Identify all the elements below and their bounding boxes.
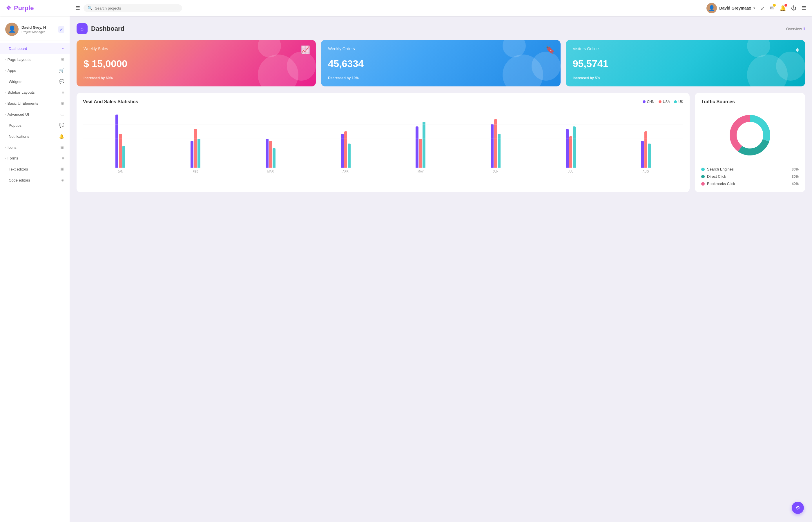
sidebar-item-icon: 💬 — [59, 123, 64, 128]
bar-group — [458, 119, 533, 168]
stat-card-0: Weekly Sales 📈 $ 15,0000 Increased by 60… — [77, 40, 316, 86]
mail-icon[interactable]: ✉ — [770, 5, 774, 11]
sidebar-profile-name: David Grey. H — [21, 25, 46, 29]
donut-svg — [724, 109, 776, 161]
sidebar-nav: Dashboard ⌂ ‹ Page Layouts ⊞ ‹ Apps 🛒 Wi… — [0, 41, 69, 188]
sidebar-item-label: Popups — [9, 123, 57, 127]
layout: 👤 David Grey. H Project Manager ✓ Dashbo… — [0, 16, 812, 522]
bar-purple — [116, 115, 118, 168]
sidebar-check-icon: ✓ — [58, 26, 64, 33]
settings-fab[interactable]: ⚙ — [792, 502, 804, 514]
lower-section: Visit And Sales Statistics CHNUSAUK JANF… — [77, 93, 805, 192]
sidebar-item-basic-ui-elements[interactable]: ‹ Basic UI Elements ◉ — [0, 98, 69, 109]
user-profile[interactable]: 👤 David Greymaax ▾ — [707, 3, 755, 13]
power-icon[interactable]: ⏻ — [791, 5, 796, 11]
sidebar-item-notifications[interactable]: Notifications 🔔 — [0, 131, 69, 142]
sidebar-item-icon: ◉ — [61, 101, 64, 106]
traffic-card: Traffic Sources Search Engines 30% Direc… — [695, 93, 805, 192]
sidebar-item-widgets[interactable]: Widgets 💬 — [0, 76, 69, 87]
legend-label: USA — [663, 100, 670, 104]
bar-purple — [415, 126, 419, 168]
traffic-label: Bookmarks Click — [707, 182, 735, 186]
x-label: MAY — [383, 170, 458, 173]
sidebar-item-label: Code editors — [9, 178, 59, 182]
card-icon: 🔖 — [546, 45, 555, 54]
bar-group — [308, 132, 383, 168]
x-label: AUG — [608, 170, 683, 173]
overview-button[interactable]: Overview ℹ — [786, 26, 805, 31]
sidebar-item-dashboard[interactable]: Dashboard ⌂ — [0, 43, 69, 54]
traffic-legend-search-engines: Search Engines 30% — [701, 167, 799, 172]
sidebar-item-advanced-ui[interactable]: ‹ Advanced UI ▭ — [0, 109, 69, 120]
search-input[interactable] — [95, 6, 178, 11]
sidebar-item-icons[interactable]: ‹ Icons ▣ — [0, 142, 69, 153]
traffic-legend-bookmarks-click: Bookmarks Click 40% — [701, 182, 799, 186]
donut-chart — [701, 109, 799, 161]
chart-legend: CHNUSAUK — [643, 100, 683, 104]
sidebar-item-forms[interactable]: ‹ Forms ≡ — [0, 153, 69, 164]
chevron-icon: ‹ — [5, 58, 6, 61]
logo-icon: ❖ — [6, 4, 12, 12]
bar-cyan — [198, 139, 200, 168]
sidebar-item-label: Advanced UI — [7, 112, 59, 117]
sidebar-item-label: Basic UI Elements — [7, 101, 59, 105]
page-icon: ⌂ — [77, 23, 87, 34]
sidebar-item-apps[interactable]: ‹ Apps 🛒 — [0, 65, 69, 76]
x-label: JAN — [83, 170, 158, 173]
bar-coral — [419, 139, 422, 168]
bar-cyan — [348, 144, 351, 168]
sidebar-item-popups[interactable]: Popups 💬 — [0, 120, 69, 131]
hamburger-icon[interactable]: ☰ — [75, 5, 80, 11]
card-label: Weekly Sales — [83, 46, 309, 51]
logo-text: Purple — [14, 4, 34, 12]
sidebar-item-icon: ⌂ — [62, 46, 64, 51]
card-change: Increased by 5% — [573, 76, 798, 80]
expand-icon[interactable]: ⤢ — [760, 5, 765, 11]
sidebar-item-text-editors[interactable]: Text editors ▣ — [0, 164, 69, 175]
bar-purple — [266, 139, 268, 168]
legend-item-UK: UK — [674, 100, 683, 104]
sidebar-item-label: Forms — [7, 156, 60, 160]
sidebar-profile: 👤 David Grey. H Project Manager ✓ — [0, 19, 69, 41]
bar-cyan — [122, 146, 125, 168]
bar-coral — [644, 132, 647, 168]
bar-group — [608, 132, 683, 168]
user-name: David Greymaax — [719, 6, 751, 11]
legend-dot — [674, 100, 677, 103]
bar-group — [533, 126, 608, 168]
bell-icon[interactable]: 🔔 — [779, 5, 786, 11]
sidebar-item-icon: 🛒 — [59, 68, 64, 73]
stat-cards: Weekly Sales 📈 $ 15,0000 Increased by 60… — [77, 40, 805, 86]
topnav-right: 👤 David Greymaax ▾ ⤢ ✉ 🔔 ⏻ ☰ — [707, 3, 806, 13]
stat-card-1: Weekly Orders 🔖 45,6334 Decreased by 10% — [321, 40, 560, 86]
sidebar-item-label: Notifications — [9, 134, 57, 139]
sidebar-item-sidebar-layouts[interactable]: ‹ Sidebar Layouts ≡ — [0, 87, 69, 98]
x-label: JUL — [533, 170, 608, 173]
bar-group — [158, 129, 233, 168]
dropdown-icon: ▾ — [753, 6, 755, 10]
sidebar-item-label: Icons — [7, 145, 59, 149]
card-label: Visitors Online — [573, 46, 798, 51]
bar-coral — [569, 136, 572, 168]
menu-icon[interactable]: ☰ — [801, 5, 806, 11]
bar-coral — [344, 132, 347, 168]
sidebar-item-icon: ⊞ — [61, 57, 64, 62]
bar-group — [83, 115, 158, 168]
bar-chart — [83, 109, 683, 168]
x-label: FEB — [158, 170, 233, 173]
traffic-pct: 30% — [792, 167, 799, 172]
sidebar-item-icon: ▣ — [60, 166, 64, 172]
main-content: ⌂ Dashboard Overview ℹ Weekly Sales 📈 $ … — [69, 16, 812, 522]
card-change: Increased by 60% — [83, 76, 309, 80]
sidebar-item-icon: 🔔 — [59, 134, 64, 139]
sidebar-item-icon: ≡ — [62, 90, 64, 95]
traffic-pct: 40% — [792, 182, 799, 186]
sidebar-item-page-layouts[interactable]: ‹ Page Layouts ⊞ — [0, 54, 69, 65]
sidebar-item-code-editors[interactable]: Code editors ◈ — [0, 175, 69, 186]
card-label: Weekly Orders — [328, 46, 553, 51]
x-label: APR — [308, 170, 383, 173]
bar-cyan — [272, 148, 276, 168]
sidebar: 👤 David Grey. H Project Manager ✓ Dashbo… — [0, 16, 69, 522]
settings-icon: ⚙ — [795, 505, 800, 511]
bell-badge — [785, 4, 787, 7]
